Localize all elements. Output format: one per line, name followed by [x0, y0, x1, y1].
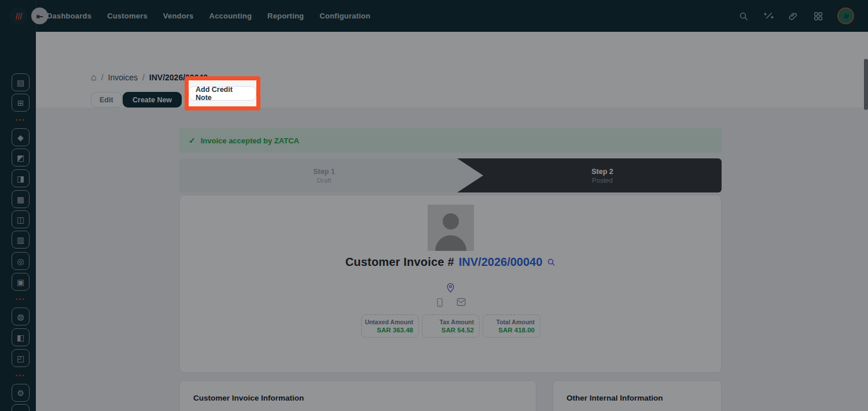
payments-icon[interactable]: ◆ [12, 128, 30, 146]
add-credit-note-button[interactable]: Add Credit Note [189, 86, 256, 101]
sidebar-separator [16, 375, 24, 376]
customer-invoice-info-title: Customer Invoice Information [193, 394, 536, 402]
sidebar-collapse-button[interactable]: ⇤ [31, 8, 48, 24]
untaxed-amount-label: Untaxed Amount [365, 319, 413, 325]
nav-item-dashboards[interactable]: Dashboards [47, 12, 91, 20]
other-internal-info-card: Other Internal Information [553, 380, 722, 411]
accounting-icon[interactable]: ⊞ [12, 94, 30, 112]
invoice-title-prefix: Customer Invoice # [345, 256, 454, 269]
status-banner-text: Invoice accepted by ZATCA [201, 136, 299, 145]
apps-grid-icon[interactable] [812, 10, 824, 22]
nav-item-configuration[interactable]: Configuration [319, 12, 370, 20]
sales-analysis-icon[interactable]: ◩ [12, 149, 30, 166]
zoom-invoice-icon[interactable] [547, 258, 556, 266]
collapse-icon: ⇤ [36, 12, 43, 21]
email-icon[interactable] [457, 298, 466, 306]
highlight-frame: Add Credit Note [185, 76, 260, 110]
status-banner: ✓ Invoice accepted by ZATCA [179, 128, 722, 153]
invoice-number[interactable]: INV/2026/00040 [459, 256, 543, 269]
total-amount-value: SAR 418.00 [498, 327, 535, 334]
breadcrumb-invoices[interactable]: Invoices [108, 73, 138, 82]
tax-amount-box: Tax Amount SAR 54.52 [422, 314, 480, 338]
top-navbar: ⇤ Dashboards Customers Vendors Accountin… [0, 0, 868, 32]
tax-amount-label: Tax Amount [440, 319, 475, 325]
inventory-icon[interactable]: ◫ [12, 210, 30, 228]
documents-icon[interactable]: ◧ [12, 328, 30, 346]
navbar-right-tools [738, 0, 854, 32]
step1-subtitle: Draft [317, 177, 332, 184]
user-avatar[interactable] [837, 8, 854, 24]
customer-invoice-info-card: Customer Invoice Information [179, 380, 536, 411]
schedule-icon[interactable]: ▣ [12, 273, 30, 291]
paperclip-icon[interactable] [788, 10, 799, 22]
step1-title: Step 1 [313, 168, 335, 176]
nav-item-reporting[interactable]: Reporting [267, 12, 304, 20]
magic-wand-icon[interactable] [763, 10, 774, 22]
check-icon: ✓ [189, 136, 196, 145]
settings-icon[interactable]: ⚙ [12, 384, 30, 402]
search-icon[interactable] [738, 10, 749, 22]
left-sidebar: ▤ ⊞ ◆ ◩ ◨ ▦ ◫ ▥ ◎ ▣ ◍ ◧ ◰ ⚙ ▧ [0, 32, 36, 411]
nav-item-customers[interactable]: Customers [107, 12, 148, 20]
sidebar-separator [16, 119, 24, 121]
vertical-scrollbar[interactable] [864, 59, 868, 110]
hr-icon[interactable]: ▧ [12, 404, 30, 411]
total-amount-label: Total Amount [496, 319, 535, 325]
invoice-title-row: Customer Invoice # INV/2026/00040 [180, 256, 721, 269]
step-progress-bar: Step 1 Draft Step 2 Posted [179, 158, 722, 192]
edit-button[interactable]: Edit [91, 92, 122, 108]
avatar-logo-icon [842, 12, 850, 20]
logo-mark-icon [13, 10, 24, 22]
billing-icon[interactable]: ▦ [12, 190, 30, 208]
purchases-icon[interactable]: ◨ [12, 169, 30, 187]
page-header: ⌂ / Invoices / INV/2026/00040 Edit Creat… [36, 32, 868, 108]
total-amount-box: Total Amount SAR 418.00 [483, 314, 540, 338]
expenses-icon[interactable]: ▥ [12, 231, 30, 249]
sidebar-separator [16, 298, 24, 300]
step2-subtitle: Posted [592, 177, 613, 184]
breadcrumb-separator: / [142, 73, 145, 82]
tax-amount-value: SAR 54.52 [442, 327, 474, 334]
support-icon[interactable]: ◍ [12, 308, 30, 325]
person-silhouette-icon [428, 205, 474, 251]
step-draft-segment[interactable]: Step 1 Draft [179, 158, 469, 192]
location-pin-icon[interactable] [446, 282, 455, 293]
location-row [180, 282, 721, 293]
sidebar-divider [36, 0, 36, 411]
app-logo[interactable] [9, 7, 27, 25]
breadcrumb-separator: / [101, 73, 104, 82]
home-icon[interactable]: ⌂ [91, 72, 97, 83]
customer-lookup-icon[interactable]: ◎ [12, 252, 30, 270]
untaxed-amount-box: Untaxed Amount SAR 363.48 [361, 314, 419, 338]
invoice-card: Customer Invoice # INV/2026/00040 Untaxe… [179, 195, 722, 373]
invoicing-icon[interactable]: ▤ [12, 73, 30, 91]
step2-title: Step 2 [591, 168, 613, 176]
untaxed-amount-value: SAR 363.48 [377, 327, 413, 334]
phone-icon[interactable] [436, 298, 444, 308]
nav-item-accounting[interactable]: Accounting [209, 12, 252, 20]
other-internal-info-title: Other Internal Information [567, 394, 721, 402]
main-menu: Dashboards Customers Vendors Accounting … [47, 0, 370, 32]
customer-avatar-placeholder [428, 205, 474, 251]
app-window: ⇤ Dashboards Customers Vendors Accountin… [0, 0, 868, 411]
nav-item-vendors[interactable]: Vendors [163, 12, 194, 20]
create-new-button[interactable]: Create New [123, 92, 182, 108]
pos-icon[interactable]: ◰ [12, 349, 30, 367]
step-posted-labels: Step 2 Posted [483, 158, 722, 192]
contact-icons-row [180, 298, 721, 308]
